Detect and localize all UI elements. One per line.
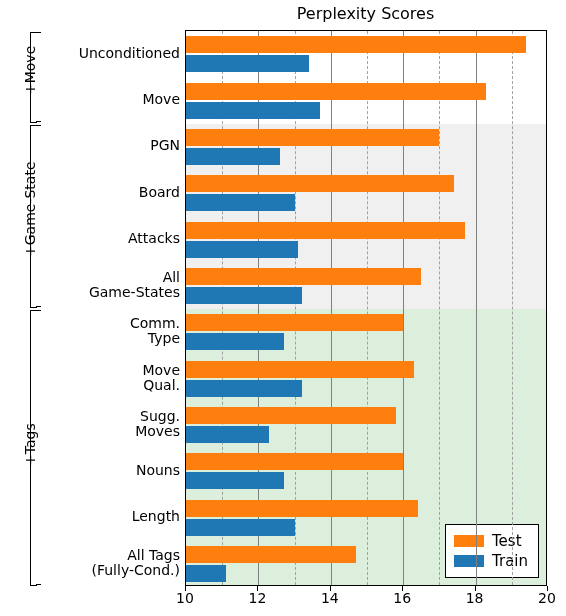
- ytick-label: PGN: [150, 138, 180, 153]
- group-bracket-end: [36, 310, 41, 311]
- bar-train: [186, 241, 298, 258]
- bar-test: [186, 129, 439, 146]
- bar-test: [186, 361, 414, 378]
- legend-entry-test: Test: [454, 531, 528, 551]
- bar-train: [186, 472, 284, 489]
- legend: Test Train: [445, 524, 539, 578]
- ytick-label: Unconditioned: [79, 46, 180, 61]
- legend-label: Train: [492, 551, 528, 571]
- bar-train: [186, 380, 302, 397]
- bar-test: [186, 36, 526, 53]
- legend-entry-train: Train: [454, 551, 528, 571]
- group-label: +Game-State: [22, 161, 38, 257]
- chart-container: Perplexity Scores Test Train Uncondition…: [0, 0, 566, 616]
- bar-test: [186, 500, 418, 517]
- bar-test: [186, 453, 403, 470]
- xtick-label: 16: [393, 590, 411, 606]
- bar-train: [186, 519, 295, 536]
- ytick-label: Board: [139, 185, 180, 200]
- xtick-mark: [257, 586, 258, 591]
- ytick-label: Move: [142, 92, 180, 107]
- group-bracket-end: [36, 121, 41, 122]
- group-bracket-end: [36, 32, 41, 33]
- group-bracket-end: [36, 306, 41, 307]
- group-label: +Move: [22, 46, 38, 95]
- bar-train: [186, 102, 320, 119]
- xtick-label: 14: [321, 590, 339, 606]
- bar-train: [186, 287, 302, 304]
- legend-swatch-test: [454, 535, 484, 547]
- grid-minor: [512, 31, 513, 585]
- xtick-mark: [475, 586, 476, 591]
- group-bracket-end: [36, 584, 41, 585]
- xtick-mark: [330, 586, 331, 591]
- ytick-label: All Game-States: [89, 270, 180, 300]
- xtick-label: 18: [466, 590, 484, 606]
- group-label: +Tags: [22, 423, 38, 466]
- plot-area: Test Train: [185, 30, 547, 586]
- grid-major: [476, 31, 477, 585]
- ytick-label: Length: [132, 509, 180, 524]
- ytick-label: Attacks: [128, 231, 180, 246]
- bar-test: [186, 83, 486, 100]
- bar-test: [186, 175, 454, 192]
- ytick-label: Move Qual.: [142, 363, 180, 393]
- xtick-label: 20: [538, 590, 556, 606]
- chart-title: Perplexity Scores: [185, 4, 546, 23]
- bar-train: [186, 55, 309, 72]
- xtick-label: 12: [248, 590, 266, 606]
- ytick-label: All Tags (Fully-Cond.): [91, 548, 180, 578]
- bar-train: [186, 426, 269, 443]
- xtick-mark: [547, 586, 548, 591]
- xtick-mark: [185, 586, 186, 591]
- ytick-label: Nouns: [136, 463, 180, 478]
- bar-test: [186, 407, 396, 424]
- bar-train: [186, 565, 226, 582]
- bar-test: [186, 222, 465, 239]
- legend-label: Test: [492, 531, 522, 551]
- legend-swatch-train: [454, 555, 484, 567]
- ytick-label: Sugg. Moves: [135, 409, 180, 439]
- bar-train: [186, 148, 280, 165]
- bar-test: [186, 268, 421, 285]
- ytick-label: Comm. Type: [130, 316, 180, 346]
- grid-minor: [439, 31, 440, 585]
- xtick-label: 10: [176, 590, 194, 606]
- bar-train: [186, 194, 295, 211]
- bar-test: [186, 314, 403, 331]
- xtick-mark: [402, 586, 403, 591]
- group-bracket-end: [36, 125, 41, 126]
- bar-test: [186, 546, 356, 563]
- bar-train: [186, 333, 284, 350]
